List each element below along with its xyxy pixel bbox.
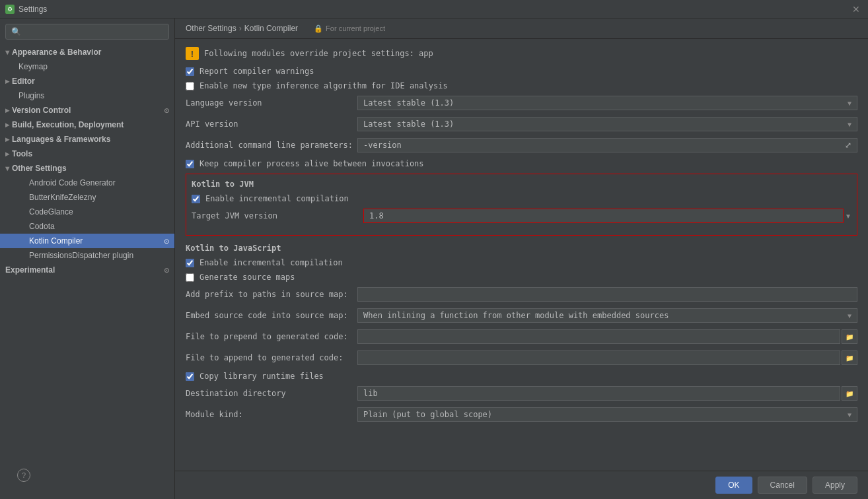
add-prefix-label: Add prefix to paths in source map: [186,290,357,299]
kotlin-compiler-icon: ⊙ [164,238,169,245]
expand-arrow: ▶ [5,151,9,157]
breadcrumb-part2: Kotlin Compiler [244,24,298,33]
for-project-label: 🔒 For current project [314,24,385,33]
main-content: 🔍 ▶ Appearance & Behavior Keymap ▶ Edito… [0,18,868,499]
additional-cmd-field[interactable]: -version ⤢ [357,138,857,152]
sidebar: 🔍 ▶ Appearance & Behavior Keymap ▶ Edito… [0,18,175,499]
target-jvm-label: Target JVM version [192,211,363,220]
sidebar-item-tools[interactable]: ▶ Tools [0,147,174,161]
dropdown-arrow: ▼ [848,121,851,128]
copy-library-row: Copy library runtime files [186,372,857,381]
cancel-button[interactable]: Cancel [758,477,807,494]
file-prepend-browse[interactable]: 📁 [842,329,857,344]
kotlin-to-js-section: Kotlin to JavaScript Enable incremental … [186,244,857,422]
js-incremental-checkbox[interactable] [186,259,194,267]
jvm-incremental-checkbox[interactable] [192,195,200,203]
expand-arrow: ▶ [5,166,11,170]
sidebar-item-experimental[interactable]: Experimental ⊙ [0,263,174,277]
embed-source-dropdown[interactable]: When inlining a function from other modu… [357,308,857,323]
file-append-browse[interactable]: 📁 [842,350,857,365]
language-version-row: Language version Latest stable (1.3) ▼ [186,96,857,110]
search-icon: 🔍 [11,27,21,36]
right-panel: Other Settings › Kotlin Compiler 🔒 For c… [175,18,868,499]
sidebar-item-version-control[interactable]: ▶ Version Control ⊙ [0,103,174,117]
type-inference-checkbox[interactable] [186,82,194,90]
language-version-dropdown[interactable]: Latest stable (1.3) ▼ [357,96,857,110]
breadcrumb-part1: Other Settings [186,24,236,33]
dropdown-arrow: ▼ [845,213,851,220]
report-warnings-label: Report compiler warnings [199,67,314,76]
destination-row: Destination directory 📁 [186,386,857,401]
sidebar-item-android-code-generator[interactable]: Android Code Generator [0,176,174,190]
dropdown-arrow: ▼ [848,100,851,107]
sidebar-item-appearance-behavior[interactable]: ▶ Appearance & Behavior [0,45,174,59]
sidebar-item-butterknife[interactable]: ButterKnifeZelezny [0,190,174,205]
expand-arrow: ▶ [5,79,9,84]
sidebar-item-other-settings[interactable]: ▶ Other Settings [0,161,174,176]
sidebar-item-label: ButterKnifeZelezny [29,193,96,202]
footer: OK Cancel Apply [175,471,868,499]
sidebar-item-languages-frameworks[interactable]: ▶ Languages & Frameworks [0,132,174,147]
search-box[interactable]: 🔍 [5,24,169,40]
kotlin-to-jvm-section: Kotlin to JVM Enable incremental compila… [186,174,857,236]
destination-label: Destination directory [186,389,357,398]
target-jvm-input[interactable] [363,209,844,223]
file-append-field: 📁 [357,350,857,365]
keep-process-row: Keep compiler process alive between invo… [186,159,857,168]
destination-input[interactable] [357,386,840,401]
settings-icon: ⚙ [5,5,15,14]
add-prefix-row: Add prefix to paths in source map: [186,287,857,302]
jvm-incremental-row: Enable incremental compilation [192,194,851,203]
settings-window: ⚙ Settings ✕ 🔍 ▶ Appearance & Behavior K… [0,0,868,499]
version-control-icon: ⊙ [164,107,169,114]
search-input[interactable] [24,27,163,36]
ok-button[interactable]: OK [715,477,752,494]
sidebar-item-label: CodeGlance [29,207,73,216]
keep-process-checkbox[interactable] [186,160,194,168]
module-kind-dropdown[interactable]: Plain (put to global scope) ▼ [357,407,857,422]
additional-cmd-label: Additional command line parameters: [186,141,357,150]
sidebar-item-plugins[interactable]: Plugins [0,88,174,103]
destination-browse[interactable]: 📁 [842,386,857,401]
sidebar-item-codeglance[interactable]: CodeGlance [0,205,174,219]
module-kind-row: Module kind: Plain (put to global scope)… [186,407,857,422]
sidebar-item-editor[interactable]: ▶ Editor [0,74,174,88]
expand-icon: ⤢ [845,141,851,150]
sidebar-item-label: Android Code Generator [29,178,116,187]
sidebar-item-label: Other Settings [12,164,67,173]
api-version-dropdown[interactable]: Latest stable (1.3) ▼ [357,117,857,131]
jvm-incremental-label: Enable incremental compilation [205,194,349,203]
copy-library-label: Copy library runtime files [199,372,324,381]
warning-icon: ! [186,47,199,60]
help-button[interactable]: ? [17,469,30,482]
kotlin-to-js-title: Kotlin to JavaScript [186,244,857,253]
sidebar-item-kotlin-compiler[interactable]: Kotlin Compiler ⊙ [0,234,174,248]
destination-field: 📁 [357,386,857,401]
apply-button[interactable]: Apply [813,477,857,494]
file-append-input[interactable] [357,350,840,365]
language-version-label: Language version [186,98,357,108]
close-button[interactable]: ✕ [850,3,863,16]
sidebar-item-label: Editor [12,77,35,86]
sidebar-item-permissions-dispatcher[interactable]: PermissionsDispatcher plugin [0,248,174,263]
sidebar-item-codota[interactable]: Codota [0,219,174,234]
add-prefix-input[interactable] [357,287,857,302]
type-inference-label: Enable new type inference algorithm for … [199,81,448,90]
sidebar-item-build-execution[interactable]: ▶ Build, Execution, Deployment [0,117,174,132]
breadcrumb: Other Settings › Kotlin Compiler [186,24,298,33]
api-version-label: API version [186,119,357,129]
file-prepend-input[interactable] [357,329,840,344]
file-prepend-row: File to prepend to generated code: 📁 [186,329,857,344]
sidebar-item-label: Languages & Frameworks [12,135,110,144]
copy-library-checkbox[interactable] [186,372,194,381]
report-warnings-checkbox[interactable] [186,67,194,76]
lock-icon: 🔒 [314,24,323,33]
js-source-maps-row: Generate source maps [186,273,857,282]
sidebar-item-keymap[interactable]: Keymap [0,59,174,74]
expand-arrow: ▶ [5,122,9,128]
title-bar-left: ⚙ Settings [5,5,47,14]
warning-text: Following modules override project setti… [204,49,433,58]
js-source-maps-checkbox[interactable] [186,273,194,282]
js-incremental-row: Enable incremental compilation [186,258,857,267]
sidebar-item-label: Appearance & Behavior [12,48,101,57]
